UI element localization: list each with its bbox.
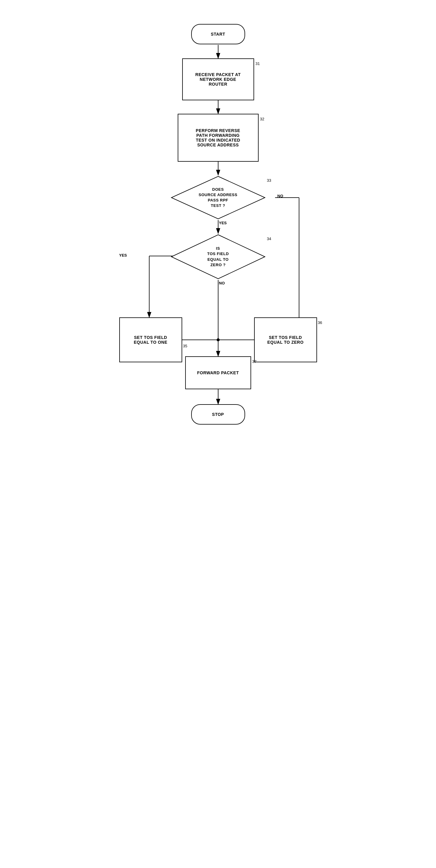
yes-label-33: YES [219, 221, 227, 225]
no-label-33: NO [278, 194, 284, 198]
flowchart: START RECEIVE PACKET AT NETWORK EDGE ROU… [101, 12, 335, 850]
ref-31: 31 [256, 61, 260, 66]
ref-33: 33 [267, 178, 271, 183]
ref-32: 32 [260, 117, 264, 121]
node-35: SET TOS FIELD EQUAL TO ONE [119, 317, 182, 362]
yes-label-34: YES [119, 253, 127, 257]
stop-node: STOP [191, 404, 245, 425]
node-37: FORWARD PACKET [185, 356, 251, 389]
node-34: IS TOS FIELD EQUAL TO ZERO ? [170, 234, 266, 280]
node-31: RECEIVE PACKET AT NETWORK EDGE ROUTER [182, 58, 254, 100]
node-36: SET TOS FIELD EQUAL TO ZERO [254, 317, 317, 362]
no-label-34: NO [219, 281, 225, 285]
ref-36: 36 [318, 320, 322, 325]
svg-point-17 [217, 338, 220, 341]
ref-34: 34 [267, 237, 271, 241]
ref-37: 37 [252, 359, 257, 364]
node-32: PERFORM REVERSE PATH FORWARDING TEST ON … [178, 114, 259, 162]
node-33: DOES SOURCE ADDRESS PASS RPF TEST ? [170, 175, 266, 220]
ref-35: 35 [183, 344, 187, 348]
start-node: START [191, 24, 245, 44]
